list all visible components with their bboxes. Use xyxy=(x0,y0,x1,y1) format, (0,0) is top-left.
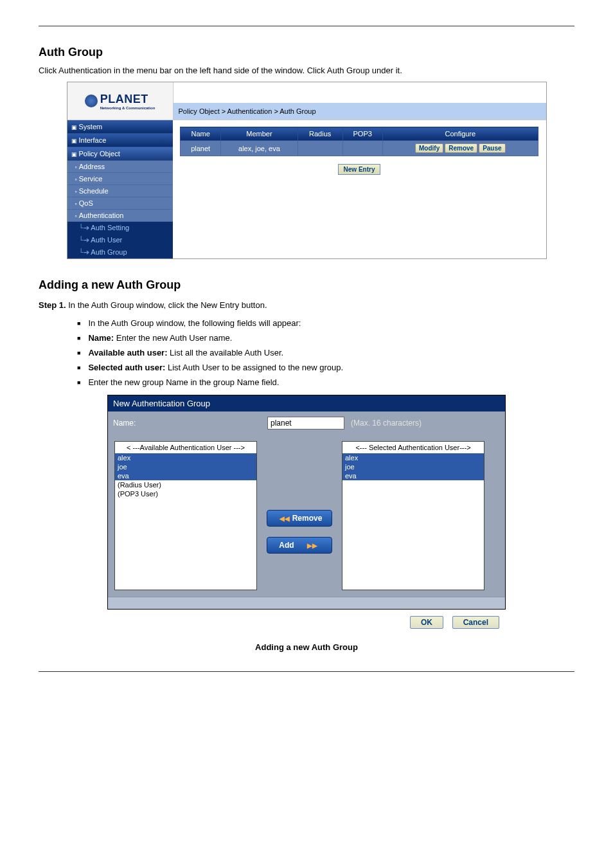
list-item[interactable]: alex xyxy=(342,453,484,462)
cell-pop3 xyxy=(342,141,382,156)
name-hint: (Max. 16 characters) xyxy=(351,419,422,428)
list-item[interactable]: (Radius User) xyxy=(115,480,256,489)
th-radius: Radius xyxy=(298,127,342,141)
pause-button[interactable]: Pause xyxy=(479,143,505,153)
nav-authentication[interactable]: ▫Authentication xyxy=(67,210,173,222)
nav-service[interactable]: ▫Service xyxy=(67,173,173,185)
sidebar-nav: ▣System ▣Interface ▣Policy Object ▫Addre… xyxy=(67,120,173,258)
cell-member: alex, joe, eva xyxy=(221,141,298,156)
bullet-1: In the Auth Group window, the following … xyxy=(77,318,574,328)
list-item[interactable]: joe xyxy=(342,462,484,471)
list-item[interactable]: alex xyxy=(115,453,256,462)
nav-policy-object[interactable]: ▣Policy Object xyxy=(67,147,173,161)
th-name: Name xyxy=(181,127,221,141)
cell-name: planet xyxy=(181,141,221,156)
screenshot-new-auth-group: New Authentication Group Name: (Max. 16 … xyxy=(107,395,506,652)
selected-label: <--- Selected Authentication User---> xyxy=(342,442,484,453)
nav-interface[interactable]: ▣Interface xyxy=(67,134,173,147)
step1-bullets: In the Auth Group window, the following … xyxy=(77,318,574,387)
modify-button[interactable]: Modify xyxy=(415,143,443,153)
remove-user-button[interactable]: ◀◀Remove xyxy=(267,510,332,527)
th-configure: Configure xyxy=(382,127,538,141)
screenshot-auth-group-list: PLANET Networking & Communication Policy… xyxy=(67,82,547,259)
section-title: Auth Group xyxy=(39,46,574,59)
list-item[interactable]: joe xyxy=(115,462,256,471)
brand-subtext: Networking & Communication xyxy=(100,106,155,110)
breadcrumb: Policy Object > Authentication > Auth Gr… xyxy=(173,103,546,120)
remove-button[interactable]: Remove xyxy=(445,143,477,153)
name-label: Name: xyxy=(113,419,267,428)
nav-schedule[interactable]: ▫Schedule xyxy=(67,185,173,197)
bullet-5: Enter the new group Name in the group Na… xyxy=(77,377,574,387)
available-label: < ---Available Authentication User ---> xyxy=(115,442,256,453)
intro-text: Click Authentication in the menu bar on … xyxy=(39,66,574,75)
step1: Step 1. In the Auth Group window, click … xyxy=(39,300,574,310)
nav-auth-user[interactable]: └➔Auth User xyxy=(67,234,173,246)
panel-title: New Authentication Group xyxy=(108,395,505,411)
th-member: Member xyxy=(221,127,298,141)
add-user-button[interactable]: Add▶▶ xyxy=(267,537,332,554)
table-row: planet alex, joe, eva Modify Remove Paus… xyxy=(181,141,538,156)
new-entry-button[interactable]: New Entry xyxy=(338,164,381,175)
list-item[interactable]: eva xyxy=(342,471,484,480)
arrow-right-icon: ▶▶ xyxy=(307,542,317,549)
bullet-3: Available auth user: List all the availa… xyxy=(77,348,574,357)
nav-qos[interactable]: ▫QoS xyxy=(67,197,173,210)
available-listbox[interactable]: < ---Available Authentication User ---> … xyxy=(114,441,257,590)
cell-radius xyxy=(298,141,342,156)
bullet-4: Selected auth user: List Auth User to be… xyxy=(77,363,574,372)
nav-auth-group[interactable]: └➔Auth Group xyxy=(67,246,173,258)
selected-listbox[interactable]: <--- Selected Authentication User---> al… xyxy=(342,441,484,590)
nav-system[interactable]: ▣System xyxy=(67,120,173,134)
list-item[interactable]: (POP3 User) xyxy=(115,489,256,498)
list-item[interactable]: eva xyxy=(115,471,256,480)
brand-logo: PLANET Networking & Communication xyxy=(85,93,155,110)
figure-caption: Adding a new Auth Group xyxy=(107,642,506,652)
ok-button[interactable]: OK xyxy=(410,616,443,629)
cancel-button[interactable]: Cancel xyxy=(452,616,499,629)
nav-address[interactable]: ▫Address xyxy=(67,161,173,173)
name-input[interactable] xyxy=(267,417,344,429)
arrow-left-icon: ◀◀ xyxy=(280,515,290,522)
brand-text: PLANET xyxy=(100,93,148,105)
th-pop3: POP3 xyxy=(342,127,382,141)
nav-auth-setting[interactable]: └➔Auth Setting xyxy=(67,222,173,234)
adding-title: Adding a new Auth Group xyxy=(39,278,574,292)
auth-group-table: Name Member Radius POP3 Configure planet… xyxy=(180,127,538,156)
bullet-2: Name: Enter the new Auth User name. xyxy=(77,333,574,343)
globe-icon xyxy=(85,95,98,107)
cell-configure: Modify Remove Pause xyxy=(382,141,538,156)
